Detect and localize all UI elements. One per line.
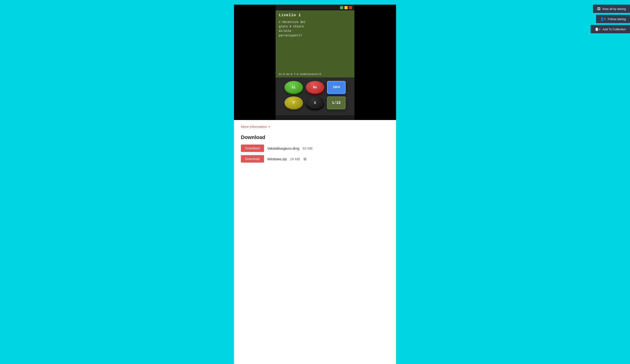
center-column: Livello 1 L'obiettivo del gioco è chiaro… [234,5,396,364]
game-stats: Si:0 No:0 ?:0 nonRilevante:0 [279,73,321,76]
download-filename-zip: Windows.zip [267,157,287,161]
right-sidebar: 🖼 View all by dartog 👤+ Follow dartog 📋+… [590,5,630,33]
view-all-button[interactable]: 🖼 View all by dartog [593,5,630,13]
view-all-label: View all by dartog [602,7,626,11]
more-information-label: More information [241,125,267,129]
x-button[interactable]: X [306,96,324,109]
chevron-down-icon: ▾ [268,125,270,128]
download-size-dmg: 53 MB [302,146,312,150]
no-button[interactable]: No [306,81,324,94]
add-collection-label: Add To Collection [602,27,626,31]
follow-button[interactable]: 👤+ Follow dartog [596,15,630,23]
counter-button[interactable]: 1/22 [327,96,346,109]
game-question: L'obiettivo del gioco è chiaro ai/alle p… [279,20,351,38]
buttons-row-top: Si No INFO [280,81,350,94]
add-collection-icon: 📋+ [595,27,600,31]
follow-label: Follow dartog [608,17,626,21]
game-container: Livello 1 L'obiettivo del gioco è chiaro… [276,5,354,120]
download-section: Download Download Valutailtuogioco.dmg 5… [241,134,389,163]
traffic-light-red [349,6,352,9]
game-screen: Livello 1 L'obiettivo del gioco è chiaro… [276,10,354,77]
view-all-icon: 🖼 [597,7,600,11]
download-row-1: Download Valutailtuogioco.dmg 53 MB [241,145,389,152]
follow-icon: 👤+ [600,17,606,21]
info-button[interactable]: INFO [327,81,346,94]
main-content: Livello 1 L'obiettivo del gioco è chiaro… [0,0,630,364]
page-content: More information ▾ Download Download Val… [234,120,396,175]
game-top-bar [276,5,354,10]
question-button[interactable]: ? [284,96,303,109]
download-button-dmg[interactable]: Download [241,145,264,152]
download-size-zip: 24 MB [290,157,300,161]
buttons-row-bottom: ? X 1/22 [280,96,350,109]
add-to-collection-button[interactable]: 📋+ Add To Collection [590,25,630,33]
traffic-light-yellow [344,6,348,9]
game-screenshot: Livello 1 L'obiettivo del gioco è chiaro… [234,5,396,120]
download-filename-dmg: Valutailtuogioco.dmg [267,146,299,150]
windows-icon: ⊞ [304,157,306,161]
game-bottom-bar [276,115,354,120]
game-buttons-area: Si No INFO ? X 1/22 [276,77,354,115]
si-button[interactable]: Si [284,81,303,94]
traffic-light-green [340,6,343,9]
more-information-link[interactable]: More information ▾ [241,125,389,129]
game-title: Livello 1 [279,13,351,17]
download-button-zip[interactable]: Download [241,155,264,163]
download-row-2: Download Windows.zip 24 MB ⊞ [241,155,389,163]
download-section-title: Download [241,134,389,140]
